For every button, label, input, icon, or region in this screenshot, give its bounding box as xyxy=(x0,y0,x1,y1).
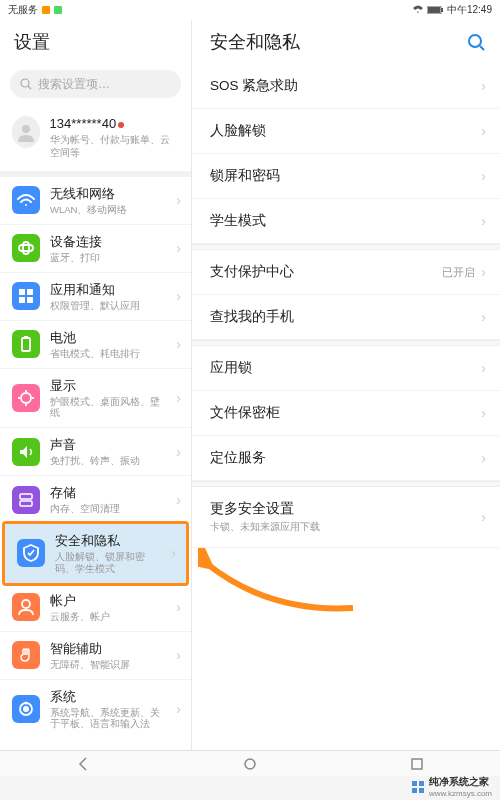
svg-rect-27 xyxy=(12,641,40,669)
detail-item-right: › xyxy=(481,213,486,229)
detail-item-right: › xyxy=(481,168,486,184)
page-title: 安全和隐私 xyxy=(210,30,300,54)
nav-back[interactable] xyxy=(75,756,91,772)
detail-item[interactable]: 文件保密柜› xyxy=(192,391,500,436)
nav-recent[interactable] xyxy=(409,756,425,772)
chevron-right-icon: › xyxy=(176,599,185,615)
chevron-right-icon: › xyxy=(176,336,185,352)
sidebar-item-sound[interactable]: 声音免打扰、铃声、振动› xyxy=(0,427,191,475)
right-header: 安全和隐私 xyxy=(192,20,500,64)
sidebar-item-shield[interactable]: 安全和隐私人脸解锁、锁屏和密码、学生模式› xyxy=(5,524,186,583)
svg-rect-1 xyxy=(428,7,440,13)
chevron-right-icon: › xyxy=(176,288,185,304)
account-phone: 134******40 xyxy=(50,116,179,131)
svg-rect-18 xyxy=(12,384,40,412)
sidebar-item-sub: 权限管理、默认应用 xyxy=(50,300,166,312)
watermark-site: 纯净系统之家 xyxy=(429,775,492,789)
search-icon[interactable] xyxy=(466,32,486,52)
sidebar-item-text: 智能辅助无障碍、智能识屏 xyxy=(50,640,166,671)
sidebar-item-title: 应用和通知 xyxy=(50,281,166,299)
detail-item-title: 锁屏和密码 xyxy=(210,167,280,185)
detail-item-title: 学生模式 xyxy=(210,212,266,230)
watermark-url: www.kzmsys.com xyxy=(429,789,492,798)
sidebar-item-sub: 省电模式、耗电排行 xyxy=(50,348,166,360)
chevron-right-icon: › xyxy=(481,213,486,229)
sidebar-item-wifi[interactable]: 无线和网络WLAN、移动网络› xyxy=(0,177,191,224)
chevron-right-icon: › xyxy=(171,545,180,561)
detail-item-title: 定位服务 xyxy=(210,449,266,467)
account-row[interactable]: 134******40 华为帐号、付款与账单、云空间等 xyxy=(0,106,191,177)
chevron-right-icon: › xyxy=(481,405,486,421)
chevron-right-icon: › xyxy=(176,647,185,663)
detail-item-sub: 卡锁、未知来源应用下载 xyxy=(210,520,320,534)
sidebar-item-text: 无线和网络WLAN、移动网络 xyxy=(50,185,166,216)
sidebar-item-title: 无线和网络 xyxy=(50,185,166,203)
clock-text: 中午12:49 xyxy=(447,3,492,17)
sidebar-item-system[interactable]: 系统系统导航、系统更新、关于平板、语言和输入法› xyxy=(0,679,191,739)
detail-item-right: › xyxy=(481,405,486,421)
highlight-annotation: 安全和隐私人脸解锁、锁屏和密码、学生模式› xyxy=(2,521,189,586)
detail-item[interactable]: 应用锁› xyxy=(192,346,500,391)
person-icon xyxy=(16,122,36,142)
sidebar-item-sub: 护眼模式、桌面风格、壁纸 xyxy=(50,396,166,420)
nav-home[interactable] xyxy=(242,756,258,772)
svg-point-31 xyxy=(25,701,28,704)
sidebar-item-text: 显示护眼模式、桌面风格、壁纸 xyxy=(50,377,166,420)
chevron-right-icon: › xyxy=(481,78,486,94)
sidebar-item-storage[interactable]: 存储内存、空间清理› xyxy=(0,475,191,523)
detail-item[interactable]: 人脸解锁› xyxy=(192,109,500,154)
detail-item-title: 支付保护中心 xyxy=(210,263,294,281)
sidebar-item-display[interactable]: 显示护眼模式、桌面风格、壁纸› xyxy=(0,368,191,428)
status-icon xyxy=(42,6,50,14)
left-pane: 设置 搜索设置项… 134******40 华为帐号、付款与账单、云空间等 无线… xyxy=(0,20,192,776)
detail-item[interactable]: 更多安全设置卡锁、未知来源应用下载› xyxy=(192,487,500,548)
sidebar-item-battery[interactable]: 电池省电模式、耗电排行› xyxy=(0,320,191,368)
detail-item[interactable]: 锁屏和密码› xyxy=(192,154,500,199)
sidebar-item-hand[interactable]: 智能辅助无障碍、智能识屏› xyxy=(0,631,191,679)
sidebar-item-text: 声音免打扰、铃声、振动 xyxy=(50,436,166,467)
sidebar-item-sub: 蓝牙、打印 xyxy=(50,252,166,264)
detail-item-right: › xyxy=(481,509,486,525)
svg-rect-11 xyxy=(19,289,25,295)
search-input[interactable]: 搜索设置项… xyxy=(10,70,181,98)
sidebar-item-link[interactable]: 设备连接蓝牙、打印› xyxy=(0,224,191,272)
detail-item-text: 支付保护中心 xyxy=(210,263,294,281)
detail-item[interactable]: 学生模式› xyxy=(192,199,500,244)
svg-point-29 xyxy=(23,706,29,712)
detail-item-title: 人脸解锁 xyxy=(210,122,266,140)
status-icon xyxy=(54,6,62,14)
svg-point-34 xyxy=(245,759,255,769)
account-text: 134******40 华为帐号、付款与账单、云空间等 xyxy=(50,116,179,159)
chevron-right-icon: › xyxy=(481,450,486,466)
svg-rect-21 xyxy=(12,486,40,514)
detail-item[interactable]: 支付保护中心已开启› xyxy=(192,250,500,295)
detail-item-text: 文件保密柜 xyxy=(210,404,280,422)
detail-item-right: › xyxy=(481,123,486,139)
sidebar-item-sub: 人脸解锁、锁屏和密码、学生模式 xyxy=(55,551,161,575)
sidebar-item-grid[interactable]: 应用和通知权限管理、默认应用› xyxy=(0,272,191,320)
svg-rect-7 xyxy=(12,234,40,262)
service-text: 无服务 xyxy=(8,3,38,17)
detail-item[interactable]: 定位服务› xyxy=(192,436,500,481)
chevron-right-icon: › xyxy=(176,390,185,406)
sidebar-item-title: 设备连接 xyxy=(50,233,166,251)
detail-item[interactable]: SOS 紧急求助› xyxy=(192,64,500,109)
sidebar-item-text: 存储内存、空间清理 xyxy=(50,484,166,515)
detail-item[interactable]: 查找我的手机› xyxy=(192,295,500,340)
sidebar-item-sub: WLAN、移动网络 xyxy=(50,204,166,216)
sidebar-item-sub: 内存、空间清理 xyxy=(50,503,166,515)
svg-rect-25 xyxy=(12,593,40,621)
detail-item-title: 更多安全设置 xyxy=(210,500,320,518)
chevron-right-icon: › xyxy=(176,240,185,256)
sidebar-item-sub: 免打扰、铃声、振动 xyxy=(50,455,166,467)
detail-item-right: › xyxy=(481,78,486,94)
detail-item-text: 更多安全设置卡锁、未知来源应用下载 xyxy=(210,500,320,534)
sidebar-item-user[interactable]: 帐户云服务、帐户› xyxy=(0,584,191,631)
search-icon xyxy=(20,78,32,90)
sound-icon xyxy=(12,438,40,466)
svg-line-4 xyxy=(28,86,31,89)
user-icon xyxy=(12,593,40,621)
settings-menu: 无线和网络WLAN、移动网络›设备连接蓝牙、打印›应用和通知权限管理、默认应用›… xyxy=(0,177,191,738)
search-placeholder: 搜索设置项… xyxy=(38,76,110,93)
svg-rect-13 xyxy=(19,297,25,303)
